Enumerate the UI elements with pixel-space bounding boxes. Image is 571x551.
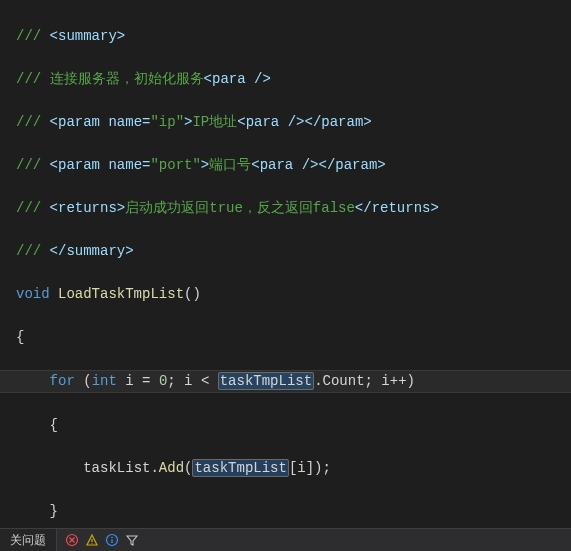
highlighted-symbol: taskTmpList — [192, 459, 288, 477]
status-icons-group — [57, 529, 147, 551]
xml-summary-open: <summary> — [50, 28, 126, 44]
code-line[interactable]: } — [0, 501, 571, 523]
code-line[interactable]: /// <summary> — [0, 26, 571, 48]
code-line[interactable]: /// </summary> — [0, 241, 571, 263]
code-line[interactable]: void LoadTaskTmpList() — [0, 284, 571, 306]
info-icon[interactable] — [105, 533, 119, 547]
code-line-current[interactable]: for (int i = 0; i < taskTmpList.Count; i… — [0, 370, 571, 394]
code-editor[interactable]: /// <summary> /// 连接服务器，初始化服务<para /> //… — [0, 0, 571, 528]
code-line[interactable]: /// <param name="ip">IP地址<para /></param… — [0, 112, 571, 134]
highlighted-symbol: taskTmpList — [218, 372, 314, 390]
warning-icon[interactable] — [85, 533, 99, 547]
code-line[interactable]: taskList.Add(taskTmpList[i]); — [0, 458, 571, 480]
status-bar: 关问题 — [0, 528, 571, 551]
filter-icon[interactable] — [125, 533, 139, 547]
error-icon[interactable] — [65, 533, 79, 547]
problems-tab-label: 关问题 — [10, 532, 46, 549]
code-line[interactable]: /// <param name="port">端口号<para /></para… — [0, 155, 571, 177]
svg-point-6 — [111, 537, 113, 539]
code-line[interactable]: /// 连接服务器，初始化服务<para /> — [0, 69, 571, 91]
code-line[interactable]: /// <returns>启动成功返回true，反之返回false</retur… — [0, 198, 571, 220]
code-line[interactable]: { — [0, 415, 571, 437]
problems-tab[interactable]: 关问题 — [0, 529, 57, 551]
svg-point-4 — [91, 543, 92, 544]
code-line[interactable]: { — [0, 327, 571, 349]
xml-doc-prefix: /// — [16, 28, 50, 44]
